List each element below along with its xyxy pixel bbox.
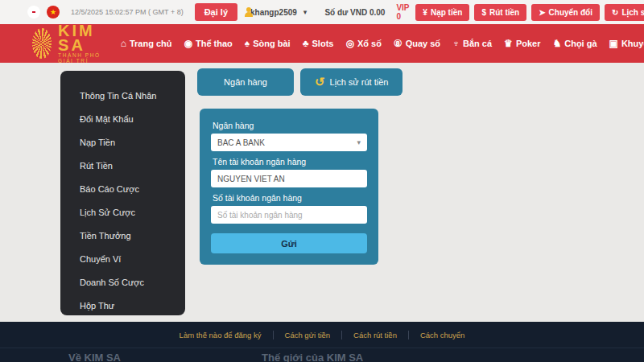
nav-item-poker[interactable]: ♛ Poker (504, 38, 540, 49)
footer-about-title: Về KIM SA (68, 352, 121, 362)
bank-select[interactable]: BAC A BANK ▾ (211, 134, 367, 151)
uk-flag-icon[interactable] (27, 6, 40, 19)
transfer-label: Chuyển đổi (549, 8, 592, 17)
nav-item-slots[interactable]: ♣ Slots (303, 38, 334, 49)
nav-item-sports[interactable]: ◉ Thể thao (184, 38, 232, 49)
main-nav: KIM SA THÀNH PHỐ GIẢI TRÍ ⌂ Trang chủ ◉ … (0, 24, 644, 63)
nav-item-numbers[interactable]: ⑧ Quay số (394, 38, 440, 49)
crown-icon: ♛ (504, 38, 513, 49)
rooster-icon: ♞ (552, 38, 561, 49)
top-utility-bar: ★ 12/5/2025 15:02:57 PM ( GMT + 8) Đại l… (0, 0, 644, 24)
nav-label: Trang chủ (130, 39, 172, 48)
sidebar-item-deposit[interactable]: Nạp Tiền (60, 130, 185, 154)
cards-icon: ♠ (245, 38, 250, 49)
deposit-icon: ¥ (423, 8, 427, 17)
nav-label: Slots (312, 39, 334, 48)
number-eight-icon: ⑧ (394, 38, 402, 49)
lottery-ball-icon: ◎ (345, 38, 353, 49)
chevron-down-icon[interactable]: ▾ (303, 8, 308, 16)
nav-label: Bắn cá (463, 39, 492, 48)
nav-item-home[interactable]: ⌂ Trang chủ (121, 38, 172, 49)
deposit-label: Nạp tiền (431, 8, 462, 17)
withdraw-button[interactable]: $ Rút tiền (474, 4, 526, 21)
tab-bank[interactable]: Ngân hàng (197, 68, 294, 96)
footer-links: Làm thế nào để đăng ký Cách gửi tiền Các… (0, 322, 644, 348)
history-icon: ↻ (612, 8, 618, 17)
nav-menu: ⌂ Trang chủ ◉ Thể thao ♠ Sòng bài ♣ Slot… (121, 38, 644, 49)
nav-item-fishing[interactable]: ♆ Bắn cá (452, 38, 492, 49)
sidebar-item-bet-report[interactable]: Báo Cáo Cược (60, 177, 185, 200)
submit-button[interactable]: Gửi (211, 233, 367, 253)
cherries-icon: ♣ (303, 38, 309, 49)
account-name-input[interactable] (211, 170, 367, 187)
account-name-label: Tên tài khoản ngân hàng (213, 157, 367, 167)
transfer-icon: ➤ (539, 8, 545, 17)
history-arrow-icon: ↺ (315, 75, 325, 89)
bank-select-value: BAC A BANK (217, 138, 265, 147)
nav-item-cockfight[interactable]: ♞ Chọi gà (552, 38, 597, 49)
nav-item-casino[interactable]: ♠ Sòng bài (245, 38, 291, 49)
brand-title: KIM SA (58, 23, 106, 52)
bank-label: Ngân hàng (213, 121, 367, 130)
nav-label: Thể thao (196, 39, 233, 48)
gift-icon: ▣ (609, 38, 618, 49)
nav-label: Sòng bài (253, 39, 290, 48)
withdraw-label: Rút tiền (489, 8, 519, 17)
sidebar-item-bet-history[interactable]: Lịch Sử Cược (60, 200, 185, 224)
account-number-input[interactable] (211, 206, 367, 224)
nav-label: Poker (516, 39, 541, 48)
nav-label: Khuyến mãi (621, 39, 644, 48)
footer-link-how-to-deposit[interactable]: Cách gửi tiền (273, 331, 342, 339)
soccer-ball-icon: ◉ (184, 38, 192, 49)
sidebar-item-withdraw[interactable]: Rút Tiền (60, 154, 185, 177)
agent-button[interactable]: Đại lý (195, 3, 237, 21)
balance-label: Số dư VND 0.00 (324, 8, 385, 17)
vn-flag-icon[interactable]: ★ (47, 6, 60, 19)
sunburst-logo-icon (32, 28, 52, 59)
footer-link-how-to-withdraw[interactable]: Cách rút tiền (341, 331, 408, 339)
username[interactable]: khangp2509 (250, 8, 297, 17)
sidebar-item-turnover[interactable]: Doanh Số Cược (60, 270, 185, 294)
nav-item-lottery[interactable]: ◎ Xổ số (345, 38, 381, 49)
sidebar-item-change-password[interactable]: Đổi Mật Khẩu (60, 107, 185, 130)
tab-label: Lịch sử rút tiền (330, 77, 389, 87)
tab-withdraw-history[interactable]: ↺ Lịch sử rút tiền (300, 68, 402, 96)
footer-link-how-to-transfer[interactable]: Cách chuyển (408, 331, 476, 339)
select-chevron-icon: ▾ (357, 138, 361, 146)
nav-item-promotions[interactable]: ▣ Khuyến mãi HOT (609, 38, 644, 49)
sidebar-item-wallet-transfer[interactable]: Chuyển Ví (60, 247, 185, 270)
bank-form-panel: Ngân hàng BAC A BANK ▾ Tên tài khoản ngâ… (200, 109, 378, 265)
home-icon: ⌂ (121, 38, 126, 49)
history-label: Lịch sử (621, 8, 644, 17)
sidebar-item-profile[interactable]: Thông Tin Cá Nhân (60, 84, 185, 107)
nav-label: Chọi gà (564, 39, 597, 48)
footer-link-how-to-register[interactable]: Làm thế nào để đăng ký (168, 331, 273, 339)
fish-icon: ♆ (452, 38, 460, 49)
content-area: Thông Tin Cá Nhân Đổi Mật Khẩu Nạp Tiền … (0, 63, 644, 322)
withdraw-icon: $ (481, 8, 486, 17)
nav-label: Quay số (406, 39, 440, 48)
footer: Làm thế nào để đăng ký Cách gửi tiền Các… (0, 322, 644, 362)
deposit-button[interactable]: ¥ Nạp tiền (415, 4, 469, 21)
withdraw-tabs: Ngân hàng ↺ Lịch sử rút tiền (197, 68, 402, 96)
account-sidebar: Thông Tin Cá Nhân Đổi Mật Khẩu Nạp Tiền … (60, 71, 185, 315)
topbar-actions: ¥ Nạp tiền $ Rút tiền ➤ Chuyển đổi ↻ Lịc… (415, 4, 644, 21)
brand-logo[interactable]: KIM SA THÀNH PHỐ GIẢI TRÍ (32, 23, 106, 64)
server-timestamp: 12/5/2025 15:02:57 PM ( GMT + 8) (71, 8, 184, 16)
brand-subtitle: THÀNH PHỐ GIẢI TRÍ (58, 52, 106, 64)
history-button[interactable]: ↻ Lịch sử (605, 4, 644, 21)
vip-badge: VIP 0 (396, 3, 409, 21)
nav-label: Xổ số (357, 39, 382, 48)
footer-world-title: Thế giới của KIM SA (262, 352, 363, 362)
sidebar-item-inbox[interactable]: Hộp Thư (60, 294, 185, 317)
transfer-button[interactable]: ➤ Chuyển đổi (531, 4, 600, 21)
sidebar-item-bonus[interactable]: Tiền Thưởng (60, 224, 185, 247)
account-number-label: Số tài khoản ngân hàng (213, 193, 367, 203)
